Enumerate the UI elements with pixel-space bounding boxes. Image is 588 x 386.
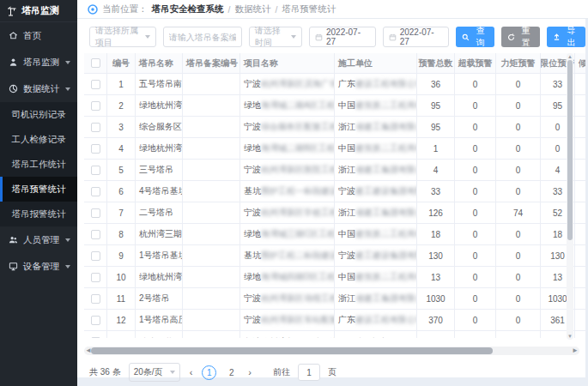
row-checkbox[interactable] xyxy=(91,316,100,325)
cell-project-name: 宁波杭州湾新区场馆工程项目 xyxy=(240,288,335,310)
breadcrumb-level2: 塔吊预警统计 xyxy=(282,3,336,15)
select-all-checkbox[interactable] xyxy=(91,58,100,68)
breadcrumb-level1[interactable]: 数据统计 xyxy=(234,3,270,15)
cell-overload-warnings: 0 xyxy=(455,224,496,245)
row-checkbox[interactable] xyxy=(91,251,100,261)
table-row: 7二号塔吊宁波杭州湾新区学校工程项目浙江省建工集团有限公司12607452 xyxy=(84,202,586,224)
cell-overload-warnings: 0 xyxy=(455,95,496,117)
sidebar-item-work-stats[interactable]: 塔吊工作统计 xyxy=(0,152,77,177)
date-start-picker[interactable]: 2022-07-27 xyxy=(309,27,376,47)
breadcrumb: 当前位置： 塔吊安全检查系统 / 数据统计 / 塔吊预警统计 xyxy=(77,0,588,19)
redacted-text: 杭州湾新区场馆工程项目 xyxy=(261,293,335,305)
cell-crane-name: 杭州湾三期... xyxy=(136,224,183,245)
row-checkbox[interactable] xyxy=(91,80,100,89)
page-button-1[interactable]: 1 xyxy=(202,365,216,380)
vertical-scrollbar[interactable]: ▲ ▼ xyxy=(567,53,573,340)
cell-total-warnings: 130 xyxy=(417,245,455,267)
cell-checkbox xyxy=(84,331,107,338)
goto-label: 前往 xyxy=(273,366,290,378)
sidebar-item-people[interactable]: 人员管理 xyxy=(0,226,77,253)
sidebar-item-device[interactable]: 设备管理 xyxy=(0,253,77,280)
chevron-down-icon xyxy=(65,238,70,242)
row-checkbox[interactable] xyxy=(91,294,100,304)
cell-moment-warnings: 0 xyxy=(496,310,541,331)
cell-record-number xyxy=(183,331,240,338)
crane-logo-icon xyxy=(7,6,17,16)
cell-partial xyxy=(575,117,586,138)
cell-company-name: 中国建筑第二工程局有限公司 xyxy=(335,224,417,245)
row-checkbox[interactable] xyxy=(91,123,100,132)
cell-project-name: 宁波杭州湾新区车站配套工程 xyxy=(240,310,335,331)
row-checkbox[interactable] xyxy=(91,101,100,111)
cell-company-name: 广东建设工程有限公司 xyxy=(335,310,417,331)
date-end-picker[interactable]: 2022-07-27 xyxy=(383,27,450,47)
cell-checkbox xyxy=(84,245,107,267)
col-header-company: 施工单位 xyxy=(335,53,417,74)
sidebar-item-monitor[interactable]: 塔吊监测 xyxy=(0,49,77,75)
goto-page-input[interactable] xyxy=(298,364,320,381)
cell-crane-name: 三号塔吊 xyxy=(136,160,183,181)
sidebar-item-driver-records[interactable]: 司机识别记录 xyxy=(0,102,77,127)
scroll-up-icon[interactable]: ▲ xyxy=(567,54,573,59)
device-icon xyxy=(9,262,18,271)
scroll-down-icon[interactable]: ▼ xyxy=(567,334,573,339)
row-checkbox[interactable] xyxy=(91,208,100,218)
sidebar-item-home[interactable]: 首页 xyxy=(0,22,77,49)
reset-button[interactable]: 重置 xyxy=(501,27,540,47)
chevron-down-icon xyxy=(65,265,70,268)
prev-page-button[interactable]: ‹ xyxy=(188,367,195,377)
cell-overload-warnings: 0 xyxy=(455,310,496,331)
sidebar-item-stats[interactable]: 数据统计 xyxy=(0,75,77,102)
cell-index: 3 xyxy=(107,117,136,138)
export-button[interactable]: 导出 xyxy=(547,27,585,47)
cell-moment-warnings: 0 xyxy=(496,138,541,160)
cell-moment-warnings: 0 xyxy=(496,224,541,245)
row-checkbox[interactable] xyxy=(91,230,100,239)
cell-checkbox xyxy=(84,181,107,202)
time-select[interactable]: 请选择时间 xyxy=(249,27,302,47)
redacted-text: 综合服务区配套工程项目 xyxy=(261,121,335,133)
cell-partial xyxy=(575,245,586,267)
cell-moment-warnings: 0 xyxy=(496,245,541,267)
cell-total-warnings: 370 xyxy=(417,310,455,331)
cell-index: 8 xyxy=(107,224,136,245)
page-button-2[interactable]: 2 xyxy=(224,365,239,380)
app-logo: 塔吊监测 xyxy=(0,0,77,22)
horizontal-scrollbar-thumb[interactable] xyxy=(91,347,493,354)
horizontal-scrollbar[interactable]: ◄ ► xyxy=(84,347,579,355)
search-icon xyxy=(462,33,470,41)
per-page-select[interactable]: 20条/页 xyxy=(129,363,180,382)
next-page-button[interactable]: › xyxy=(246,367,253,377)
record-number-input[interactable] xyxy=(169,33,236,42)
sidebar-item-warning-stats[interactable]: 塔吊预警统计 xyxy=(0,177,77,202)
row-checkbox[interactable] xyxy=(91,273,100,282)
cell-record-number xyxy=(183,224,240,245)
scroll-right-icon[interactable]: ► xyxy=(572,347,579,355)
row-checkbox[interactable] xyxy=(91,337,100,338)
cell-company-name: 宁波建工建设集团有限公司 xyxy=(335,181,417,202)
cell-partial xyxy=(575,331,586,338)
row-checkbox[interactable] xyxy=(91,187,100,196)
cell-record-number xyxy=(183,267,240,288)
cell-crane-name: 2号塔吊 xyxy=(136,288,183,310)
cell-overload-warnings: 0 xyxy=(455,245,496,267)
vertical-scrollbar-thumb[interactable] xyxy=(567,60,573,240)
cell-crane-name: 综合服务区... xyxy=(136,117,183,138)
table-row: 8杭州湾三期...绿地海湾城三期C区工程项目中国建筑第二工程局有限公司18001… xyxy=(84,224,586,245)
row-checkbox[interactable] xyxy=(91,166,100,175)
sidebar-item-alarm-stats[interactable]: 塔吊报警统计 xyxy=(0,202,77,226)
sidebar-item-label: 人员管理 xyxy=(23,234,59,246)
cell-crane-name: 五号塔吊南... xyxy=(136,74,183,95)
table-row: 1五号塔吊南...宁波杭州湾新区滨海广场项目广东建设工程有限公司360033 xyxy=(84,74,586,95)
redacted-text: 杭州湾新区学校工程项目 xyxy=(261,207,335,219)
cell-project-name: 宁波杭州湾新区滨海广场项目 xyxy=(240,74,335,95)
sidebar-item-label: 首页 xyxy=(23,30,41,42)
redacted-text: 建工建设集团有限公司 xyxy=(355,185,417,197)
cell-index: 7 xyxy=(107,202,136,224)
pagination-bar: 共 36 条 20条/页 ‹ 1 2 › 前往 页 xyxy=(89,362,336,383)
search-button[interactable]: 查询 xyxy=(456,27,494,47)
row-checkbox[interactable] xyxy=(91,144,100,154)
sidebar-item-worker-records[interactable]: 工人检修记录 xyxy=(0,127,77,152)
project-select[interactable]: 请选择所属项目 xyxy=(89,27,156,47)
redacted-text: 省建工集团有限公司 xyxy=(355,121,417,133)
